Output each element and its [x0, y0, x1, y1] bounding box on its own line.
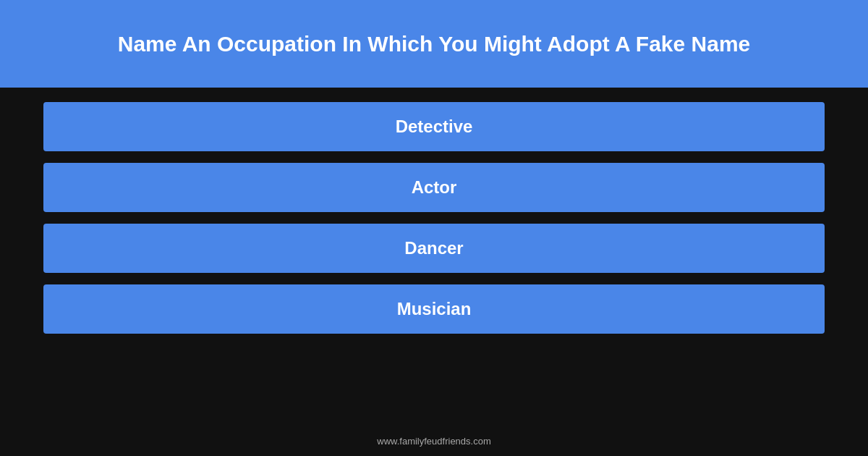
header: Name An Occupation In Which You Might Ad…: [0, 0, 868, 88]
answer-label-4: Musician: [397, 299, 472, 318]
answer-button-2[interactable]: Actor: [43, 163, 825, 212]
answers-container: Detective Actor Dancer Musician: [0, 88, 868, 426]
answer-label-1: Detective: [396, 117, 473, 136]
answer-button-4[interactable]: Musician: [43, 284, 825, 334]
answer-button-3[interactable]: Dancer: [43, 224, 825, 273]
question-title: Name An Occupation In Which You Might Ad…: [118, 29, 751, 59]
answer-label-3: Dancer: [404, 238, 463, 258]
answer-button-1[interactable]: Detective: [43, 102, 825, 151]
footer-url: www.familyfeudfriends.com: [377, 436, 491, 447]
footer: www.familyfeudfriends.com: [0, 426, 868, 456]
answer-label-2: Actor: [412, 177, 457, 197]
